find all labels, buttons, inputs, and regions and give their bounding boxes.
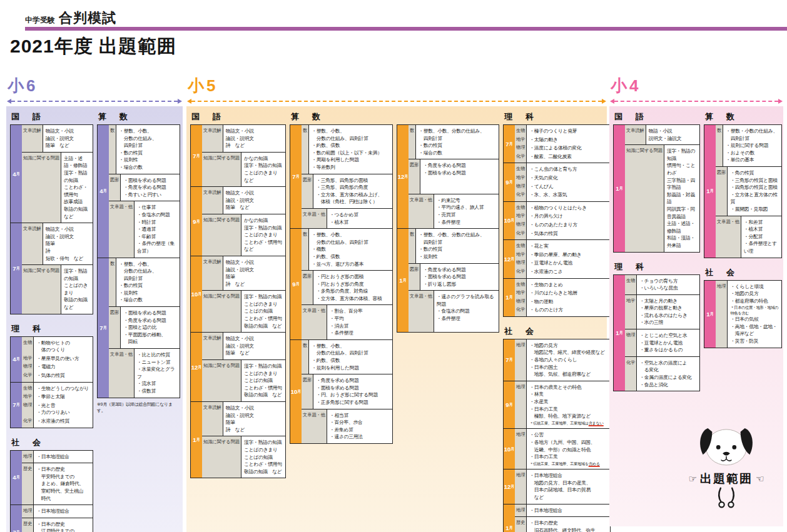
category-group: 生物・こん虫の体と育ち方 xyxy=(515,163,610,174)
category-content: ・日本の歴史 旧石器時代、縄文時代、弥生 時代、大和時代、飛鳥時代、 奈良時代、… xyxy=(527,517,610,532)
content-line: ・分配算 xyxy=(744,233,780,241)
content-line: ・こん虫の体と育ち方 xyxy=(529,166,609,173)
month-number: 12 xyxy=(398,173,405,180)
subject-title: 国 語 xyxy=(11,111,93,123)
month-cell: 7月 xyxy=(11,505,22,532)
category-content: ・整数、小数、 分数の仕組み、 四則計算・数の性質・規則性・場合の数 xyxy=(116,125,180,174)
category-label: 物理 xyxy=(515,183,527,191)
subject-title: 理 科 xyxy=(614,261,700,273)
category-content: ・チョウの育ち方・いろいろな昆虫 xyxy=(637,275,699,294)
content-line: ・日本地理総合 xyxy=(36,453,91,461)
category-content: かなの知識漢字・熟語の知識ことばのきまりなど xyxy=(241,153,285,186)
content-line: 主語・述語・修飾語 xyxy=(64,155,91,169)
category-content: ・相当算・百分率、歩合・差集め算・速さの三用法 xyxy=(327,409,392,443)
content-line: ・面積と辺の比 xyxy=(123,324,178,331)
content-line: ・角すいと円すい xyxy=(123,191,178,199)
category-content: ・角度を求める問題・面積を求める問題・円、おうぎ形に関する問題・正多角形に関する… xyxy=(313,374,392,408)
category-cell: 図形・三角形、四角形の面積・三角形、四角形の角度・立方体、直方体の積み上げ、 体… xyxy=(302,174,392,208)
mascot-logo: ☞ 出題範囲 ☜ xyxy=(673,423,779,511)
subject-block: 算 数4月数・整数、小数、 分数の仕組み、 四則計算・数の性質・規則性・場合の数… xyxy=(97,110,180,414)
content-line: 敬語の知識 など xyxy=(64,206,91,220)
row-cells: 文章読解物語文・小説論説・説明文随筆詩 など知識に関する問題漢字・熟語の知識こと… xyxy=(202,402,285,478)
content-line: 説明文・論説文 xyxy=(649,135,698,143)
month-cell: 7月 xyxy=(11,223,22,314)
category-label: 文章題・他 xyxy=(302,409,327,443)
category-label: 歴史 xyxy=(515,517,527,532)
category-cell: 数・整数・小数の仕組み、 四則計算・規則に関する問題・およその数・単位の基本 xyxy=(716,125,781,166)
category-label: 図形 xyxy=(409,264,420,291)
subject-title: 理 科 xyxy=(11,323,93,334)
dashed-arrow xyxy=(187,99,606,104)
category-group: 物理・豆電球とかん電池 xyxy=(515,259,610,268)
category-label: 数 xyxy=(109,125,116,174)
subject-title: 算 数 xyxy=(98,111,180,123)
month-cell: 7月 xyxy=(290,125,302,228)
row-cells: 数・整数・小数の仕組み、 四則計算・規則に関する問題・およその数・単位の基本図形… xyxy=(716,125,781,258)
content-line: 詩 xyxy=(46,248,91,255)
month-cell: 7月 xyxy=(98,258,109,398)
column: 国 語1月文章読解物語・小説説明文・論説文知識に関する問題漢字・熟語の知識慣用句… xyxy=(613,110,700,391)
content-line: ことばの知識 xyxy=(244,454,284,461)
columns: 国 語4月文章読解物語文・小説論説・説明文随筆 など知識に関する問題主語・述語・… xyxy=(10,110,179,532)
dog-mascot-icon xyxy=(689,423,763,467)
content-line: 漢字・熟語の知識 xyxy=(244,224,284,232)
row-cells: 地理・日本地理総合 地図の見方、日本の産業、 日本の諸地域、日本の貿易 など xyxy=(515,469,610,503)
category-content: ・円とおうぎ形の面積・円とおうぎ形の角度・多角形の角度、対角線・立方体、直方体の… xyxy=(313,271,392,304)
category-content: ・もののとけ方 xyxy=(527,306,610,316)
content-line: ・条件整理 xyxy=(437,219,497,226)
category-cell: 文章題・他・比と比の性質・ニュートン算・水量変化とグラフ・流水算・倍数算 xyxy=(109,348,180,398)
page: 中学受験 合判模試 2021年度 出題範囲 小6国 語4月文章読解物語文・小説論… xyxy=(0,0,787,532)
month-cell: 4月 xyxy=(11,451,22,505)
category-content: ・つるかめ算・植木算 xyxy=(327,209,392,228)
category-content: 物語文・小説論説・説明文随筆 など xyxy=(43,125,93,152)
category-cell: 知識に関する問題漢字・熟語の知識ことばのきまりことばの知識ことわざ・慣用句敬語の… xyxy=(202,290,285,332)
month-row: 9月文章読解物語文・小説論説・説明文随筆 など知識に関する問題かなの知識漢字・熟… xyxy=(190,186,286,256)
month-cell: 9月 xyxy=(504,381,515,428)
category-cell: 生物・チョウの育ち方・いろいろな昆虫 xyxy=(625,275,699,294)
subject-table: 1月生物・チョウの育ち方・いろいろな昆虫地学・太陽と月の動き・星座の観察と動き・… xyxy=(613,275,700,392)
month-cell: 12月 xyxy=(191,333,202,401)
content-line: ・時計算 xyxy=(137,219,178,226)
category-content: ・整数、小数、分数の仕組み、 四則計算・数の性質・場合の数 xyxy=(416,125,499,159)
category-cell: 図形・面積を求める問題・角度を求める問題・面積と辺の比・平面図形の移動、 回転 xyxy=(109,306,180,348)
month-suffix: 月 xyxy=(710,311,714,317)
content-line: 論説・説明文 xyxy=(226,343,284,350)
month-suffix: 月 xyxy=(16,171,20,177)
content-line: ・角度を求める問題 xyxy=(123,184,178,191)
columns: 国 語1月文章読解物語・小説説明文・論説文知識に関する問題漢字・熟語の知識慣用句… xyxy=(613,110,779,391)
content-line: 旧石器時代、縄文時代、弥生 xyxy=(529,527,609,532)
column: 国 語7月文章読解物語文・小説論説・説明文詩 など知識に関する問題かなの知識漢字… xyxy=(190,110,286,478)
content-line: 近畿、中部）の知識と特色 xyxy=(529,446,609,454)
content-line: 詩 など xyxy=(226,142,284,149)
content-line: ・地図の見方 xyxy=(730,290,780,298)
category-label: 文章読解 xyxy=(202,333,223,359)
category-label: 文章題・他 xyxy=(409,291,434,332)
category-cell: 知識に関する問題主語・述語・修飾語漢字・熟語の知識ことわざ・慣用句故事成語敬語の… xyxy=(22,152,93,223)
dashed-arrow xyxy=(610,99,783,104)
content-line: 江戸時代までの xyxy=(36,528,91,532)
month-row: 4月地理・日本地理総合歴史・日本の歴史 平安時代までの まとめ、鎌倉時代、 室町… xyxy=(10,450,93,506)
content-line: ・金属の温度による変化 xyxy=(639,374,698,381)
row-cells: 生物・生物のまとめ地学・川のはたらきと地層物理・物の運動化学・もののとけ方 xyxy=(515,279,610,316)
category-label: 図形 xyxy=(302,374,313,408)
category-group: 化学・水溶液のこさ xyxy=(515,268,610,278)
category-cell: 数・整数、小数、 分数の仕組み、四則計算・概数・約数、倍数・並べ方、選び方の基本 xyxy=(302,229,392,270)
category-label: 図形 xyxy=(716,167,728,216)
subject-block: 算 数12月数・整数、小数、分数の仕組み、 四則計算・数の性質・場合の数図形・角… xyxy=(397,110,499,333)
content-line: ・条件整理 xyxy=(330,329,391,337)
content-line: 回転 xyxy=(123,338,178,346)
category-label: 化学 xyxy=(515,191,527,201)
category-content: ・花と実 xyxy=(527,240,610,251)
row-cells: 生物・花と実地学・季節の星座、星の動き物理・豆電球とかん電池化学・水溶液のこさ xyxy=(515,240,610,278)
content-line: ・都道府県の特色 xyxy=(730,298,780,305)
content-line: ・数の性質 xyxy=(119,282,178,289)
month-suffix: 月 xyxy=(103,188,107,194)
month-suffix: 月 xyxy=(196,437,200,443)
category-content: ・空気と水の温度によ る変化・金属の温度による変化・食品と消化 xyxy=(637,357,699,391)
column: 算 数12月数・整数、小数、分数の仕組み、 四則計算・数の性質・場合の数図形・角… xyxy=(397,110,499,333)
month-cell: 9月 xyxy=(191,187,202,256)
category-label: 文章題・他 xyxy=(109,349,135,398)
row-cells: 地理・日本地理総合歴史・日本の歴史 江戸時代までの まとめ、明治時代、 大正時代… xyxy=(22,505,93,532)
month-cell: 7月 xyxy=(504,125,515,163)
category-label: 文章読解 xyxy=(202,125,223,152)
